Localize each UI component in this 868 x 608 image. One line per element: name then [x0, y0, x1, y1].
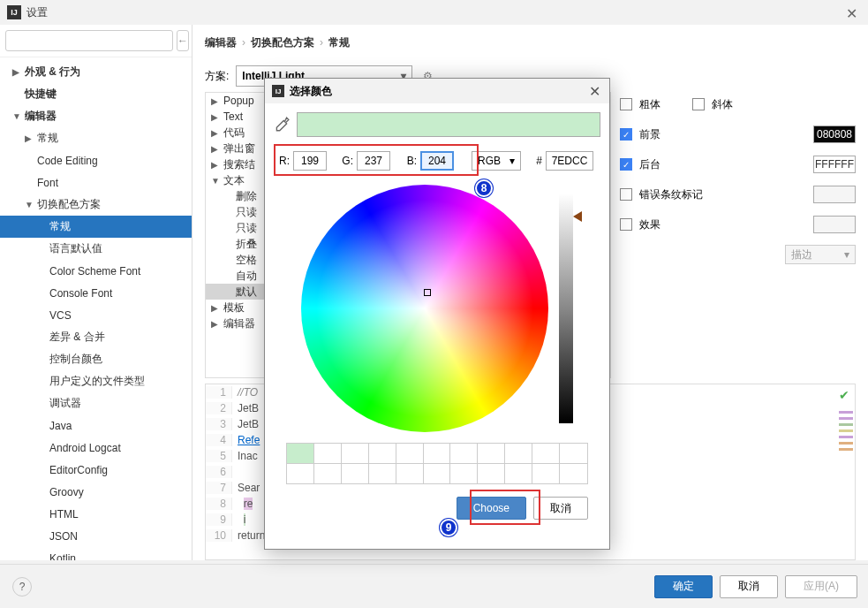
italic-checkbox[interactable] [692, 98, 705, 110]
recent-swatches-row2[interactable] [286, 464, 588, 484]
category-label: 编辑器 [223, 316, 255, 331]
apply-button[interactable]: 应用(A) [785, 575, 857, 598]
window-title: 设置 [26, 5, 48, 20]
tree-arrow-icon: ▶ [211, 303, 223, 313]
effect-type-select[interactable]: 描边▾ [785, 245, 856, 264]
cancel-button[interactable]: 取消 [720, 575, 778, 598]
sidebar-item-label: Kotlin [49, 552, 76, 561]
gutter-number: 2 [206, 402, 232, 414]
background-checkbox[interactable]: ✓ [620, 158, 632, 171]
breadcrumb-colorscheme[interactable]: 切换配色方案 [251, 35, 314, 50]
check-icon: ✔ [839, 388, 849, 402]
error-stripe-swatch[interactable] [813, 186, 856, 203]
category-label: 删除 [236, 189, 257, 204]
sidebar-item-9[interactable]: Color Scheme Font [0, 260, 192, 282]
g-input[interactable] [357, 151, 390, 171]
sidebar-item-13[interactable]: 控制台颜色 [0, 348, 192, 370]
sidebar-item-14[interactable]: 用户定义的文件类型 [0, 370, 192, 392]
sidebar-item-17[interactable]: Android Logcat [0, 437, 192, 459]
category-label: 搜索结 [223, 157, 255, 172]
back-button[interactable]: ← [177, 30, 189, 51]
error-stripe-ruler [839, 411, 853, 451]
gutter-number: 9 [206, 513, 232, 526]
color-picker-dialog: IJ 选择颜色 ✕ R: G: B: RGB▾ # [264, 78, 610, 550]
category-label: 只读 [236, 221, 257, 236]
code-text: Inac [232, 450, 258, 462]
sidebar-item-16[interactable]: Java [0, 414, 192, 437]
r-input[interactable] [293, 151, 327, 171]
category-label: 只读 [236, 205, 257, 220]
error-stripe-label: 错误条纹标记 [639, 187, 703, 202]
help-button[interactable]: ? [12, 577, 32, 597]
window-close-icon[interactable]: ✕ [846, 5, 857, 22]
gutter-number: 4 [206, 434, 232, 446]
close-icon[interactable]: ✕ [589, 83, 600, 100]
sidebar-item-label: Color Scheme Font [49, 265, 140, 277]
sidebar-item-15[interactable]: 调试器 [0, 392, 192, 414]
sidebar-item-18[interactable]: EditorConfig [0, 459, 192, 481]
effect-checkbox[interactable] [620, 218, 632, 231]
tree-arrow-icon: ▶ [211, 144, 223, 154]
sidebar-item-21[interactable]: JSON [0, 525, 192, 547]
sidebar-item-label: 编辑器 [25, 109, 57, 124]
gutter-number: 8 [206, 498, 232, 510]
search-input[interactable] [5, 30, 173, 51]
sidebar-item-label: EditorConfig [49, 464, 108, 476]
error-stripe-checkbox[interactable] [620, 188, 632, 201]
tree-arrow-icon: ▼ [211, 176, 223, 186]
sidebar-item-0[interactable]: ▶外观 & 行为 [0, 61, 192, 83]
wheel-cursor [424, 289, 431, 296]
choose-button[interactable]: Choose [457, 497, 526, 520]
foreground-checkbox[interactable]: ✓ [620, 128, 632, 141]
b-input[interactable] [420, 151, 454, 171]
brightness-slider[interactable] [559, 194, 573, 423]
sidebar-item-label: HTML [49, 508, 79, 521]
eyedropper-icon[interactable] [274, 117, 290, 133]
sidebar-item-22[interactable]: Kotlin [0, 547, 192, 560]
color-wheel[interactable] [301, 185, 548, 432]
sidebar-item-label: 语言默认值 [49, 241, 102, 256]
background-swatch[interactable]: FFFFFF [813, 156, 856, 173]
sidebar-item-20[interactable]: HTML [0, 503, 192, 525]
sidebar-item-label: Code Editing [37, 155, 98, 167]
sidebar-item-2[interactable]: ▼编辑器 [0, 105, 192, 127]
recent-swatches-row1[interactable] [286, 443, 588, 464]
sidebar-item-label: 调试器 [49, 396, 81, 411]
breadcrumb-editor[interactable]: 编辑器 [205, 35, 237, 50]
sidebar-item-label: Java [49, 420, 72, 432]
r-label: R: [277, 155, 290, 167]
dialog-footer: ? 确定 取消 应用(A) [0, 564, 868, 608]
app-icon: IJ [272, 85, 284, 97]
foreground-swatch[interactable]: 080808 [813, 125, 856, 143]
sidebar-item-label: VCS [49, 309, 72, 322]
sidebar-item-6[interactable]: ▼切换配色方案 [0, 194, 192, 216]
settings-tree[interactable]: ▶外观 & 行为快捷键▼编辑器▶常规Code EditingFont▼切换配色方… [0, 57, 192, 560]
sidebar-item-19[interactable]: Groovy [0, 481, 192, 503]
sidebar-item-11[interactable]: VCS [0, 304, 192, 326]
tree-arrow-icon: ▶ [211, 96, 223, 106]
sidebar-item-5[interactable]: Font [0, 171, 192, 194]
sidebar-item-label: 切换配色方案 [37, 197, 101, 212]
brightness-cursor [573, 211, 582, 222]
bold-checkbox[interactable] [620, 98, 632, 110]
code-text: i [232, 513, 245, 526]
sidebar-item-1[interactable]: 快捷键 [0, 83, 192, 105]
sidebar-item-4[interactable]: Code Editing [0, 149, 192, 171]
category-label: Text [223, 110, 243, 123]
tree-arrow-icon: ▶ [211, 160, 223, 170]
sidebar-item-8[interactable]: 语言默认值 [0, 238, 192, 260]
category-label: 文本 [223, 173, 245, 188]
cancel-button[interactable]: 取消 [533, 497, 588, 520]
app-icon: IJ [7, 5, 21, 19]
category-label: 弹出窗 [223, 141, 255, 156]
ok-button[interactable]: 确定 [654, 575, 713, 598]
sidebar-item-12[interactable]: 差异 & 合并 [0, 326, 192, 348]
color-preview [297, 112, 600, 137]
sidebar-item-3[interactable]: ▶常规 [0, 127, 192, 149]
sidebar-item-10[interactable]: Console Font [0, 282, 192, 304]
tree-arrow-icon: ▶ [211, 319, 223, 329]
effect-swatch[interactable] [813, 216, 856, 233]
hex-input[interactable] [546, 151, 593, 171]
sidebar-item-7[interactable]: 常规 [0, 216, 192, 238]
color-mode-select[interactable]: RGB▾ [472, 151, 521, 171]
